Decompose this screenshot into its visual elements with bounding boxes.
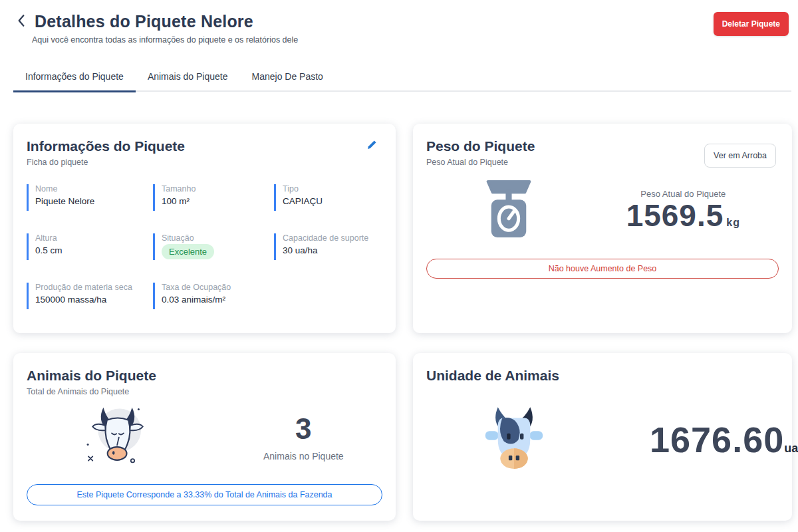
field-label: Nome (35, 184, 153, 194)
field-nome: Nome Piquete Nelore (27, 184, 153, 211)
field-label: Situação (162, 233, 274, 243)
tab-bar: Informações do Piquete Animais do Piquet… (13, 65, 798, 92)
card-title: Unidade de Animais (426, 368, 779, 384)
edit-piquete-button[interactable] (366, 140, 377, 152)
page-header: Detalhes do Piquete Nelore Aqui você enc… (0, 0, 798, 45)
pencil-icon (366, 142, 377, 152)
weight-label: Peso Atual do Piquete (626, 189, 740, 199)
field-value: 150000 massa/ha (35, 295, 153, 305)
weight-alert-pill: Não houve Aumento de Peso (426, 259, 779, 279)
field-grid: Nome Piquete Nelore Tamanho 100 m² Tipo … (27, 184, 382, 309)
cards-grid: Informações do Piquete Ficha do piquete … (13, 124, 798, 521)
page: Detalhes do Piquete Nelore Aqui você enc… (0, 0, 798, 521)
field-value: CAPIAÇU (283, 196, 382, 206)
field-label: Tamanho (162, 184, 274, 194)
animal-count-label: Animais no Piquete (263, 451, 344, 462)
tab-informacoes-do-piquete[interactable]: Informações do Piquete (13, 65, 136, 92)
delete-piquete-button[interactable]: Deletar Piquete (714, 12, 789, 36)
field-label: Capacidade de suporte (283, 233, 382, 243)
card-title: Animais do Piquete (27, 368, 382, 384)
chevron-left-icon (16, 14, 27, 29)
card-title: Informações do Piquete (27, 138, 382, 154)
field-label: Produção de materia seca (35, 283, 153, 292)
card-animais-do-piquete: Animais do Piquete Total de Animais do P… (13, 353, 396, 521)
animal-units-unit: ua (784, 442, 798, 455)
tab-manejo-de-pasto[interactable]: Manejo De Pasto (240, 65, 335, 92)
cow-flat-icon (478, 401, 550, 478)
ver-em-arroba-button[interactable]: Ver em Arroba (704, 144, 776, 168)
field-label: Tipo (283, 184, 382, 194)
field-capacidade-de-suporte: Capacidade de suporte 30 ua/ha (274, 233, 382, 260)
card-subtitle: Total de Animais do Piquete (27, 387, 382, 396)
field-tipo: Tipo CAPIAÇU (274, 184, 382, 211)
card-peso-do-piquete: Peso do Piquete Peso Atual do Piquete Ve… (413, 124, 792, 333)
page-subtitle: Aqui você encontra todas as informações … (32, 35, 782, 45)
weight-unit: kg (726, 217, 740, 228)
field-value: 100 m² (162, 196, 274, 206)
back-button[interactable] (15, 13, 28, 31)
field-tamanho: Tamanho 100 m² (153, 184, 274, 211)
card-subtitle: Ficha do piquete (27, 158, 382, 167)
weight-value: 1569.5kg (626, 199, 740, 233)
field-label: Altura (35, 233, 153, 243)
field-taxa-de-ocupacao: Taxa de Ocupação 0.03 animais/m² (153, 283, 274, 309)
field-value: Piquete Nelore (35, 196, 153, 206)
weight-scale-icon (474, 178, 543, 244)
farm-percentage-pill: Este Piquete Corresponde a 33.33% do Tot… (27, 484, 382, 505)
card-informacoes-do-piquete: Informações do Piquete Ficha do piquete … (13, 124, 396, 333)
animal-units-value: 1676.60ua (650, 419, 798, 460)
status-badge: Excelente (162, 244, 214, 259)
cow-outline-icon (78, 400, 157, 473)
field-value: 30 ua/ha (283, 245, 382, 255)
tab-animais-do-piquete[interactable]: Animais do Piquete (136, 65, 240, 92)
field-value: 0.03 animais/m² (162, 295, 274, 305)
field-producao-materia-seca: Produção de materia seca 150000 massa/ha (27, 283, 153, 309)
field-situacao: Situação Excelente (153, 233, 274, 260)
field-altura: Altura 0.5 cm (27, 233, 153, 260)
field-label: Taxa de Ocupação (162, 283, 274, 292)
field-value: 0.5 cm (35, 245, 153, 255)
animal-count: 3 (263, 412, 344, 446)
page-title: Detalhes do Piquete Nelore (35, 12, 253, 31)
card-unidade-de-animais: Unidade de Animais (413, 353, 792, 521)
